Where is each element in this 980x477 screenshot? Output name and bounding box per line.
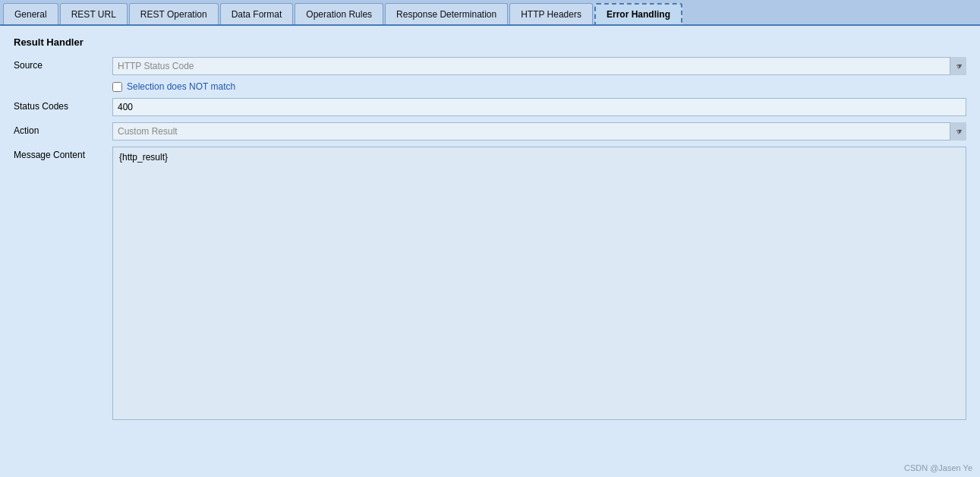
selection-not-match-checkbox[interactable] [112, 82, 122, 92]
source-dropdown-icon: ▿ [950, 57, 966, 75]
action-label: Action [14, 122, 112, 136]
action-row: Action Custom Result ▿ [14, 122, 966, 141]
source-select-wrapper: HTTP Status Code ▿ [112, 57, 966, 75]
tab-error-handling[interactable]: Error Handling [594, 3, 682, 24]
tab-operation-rules[interactable]: Operation Rules [295, 3, 383, 24]
tab-data-format[interactable]: Data Format [220, 3, 294, 24]
tab-rest-operation[interactable]: REST Operation [129, 3, 219, 24]
source-label: Source [14, 57, 112, 71]
section-title: Result Handler [14, 36, 966, 48]
source-control: HTTP Status Code ▿ [112, 57, 966, 75]
tab-response-determination[interactable]: Response Determination [385, 3, 508, 24]
tab-http-headers[interactable]: HTTP Headers [509, 3, 593, 24]
message-content-label: Message Content [14, 147, 112, 160]
tab-rest-url[interactable]: REST URL [60, 3, 128, 24]
watermark: CSDN @Jasen Ye [904, 463, 972, 472]
action-dropdown-icon: ▿ [950, 122, 966, 141]
source-row: Source HTTP Status Code ▿ [14, 57, 966, 75]
message-content-row: Message Content [14, 147, 966, 422]
status-codes-input[interactable] [112, 98, 966, 116]
tab-bar: General REST URL REST Operation Data For… [0, 0, 980, 26]
status-codes-label: Status Codes [14, 98, 112, 112]
selection-not-match-label[interactable]: Selection does NOT match [127, 81, 235, 92]
action-select-wrapper: Custom Result ▿ [112, 122, 966, 141]
status-codes-control [112, 98, 966, 116]
status-codes-row: Status Codes [14, 98, 966, 116]
selection-not-match-row: Selection does NOT match [112, 81, 966, 92]
main-content: Result Handler Source HTTP Status Code ▿… [0, 26, 980, 477]
action-control: Custom Result ▿ [112, 122, 966, 141]
source-select[interactable]: HTTP Status Code [112, 57, 966, 75]
action-select[interactable]: Custom Result [112, 122, 966, 141]
tab-general[interactable]: General [3, 3, 58, 24]
message-content-textarea[interactable] [112, 147, 966, 420]
message-content-control [112, 147, 966, 422]
